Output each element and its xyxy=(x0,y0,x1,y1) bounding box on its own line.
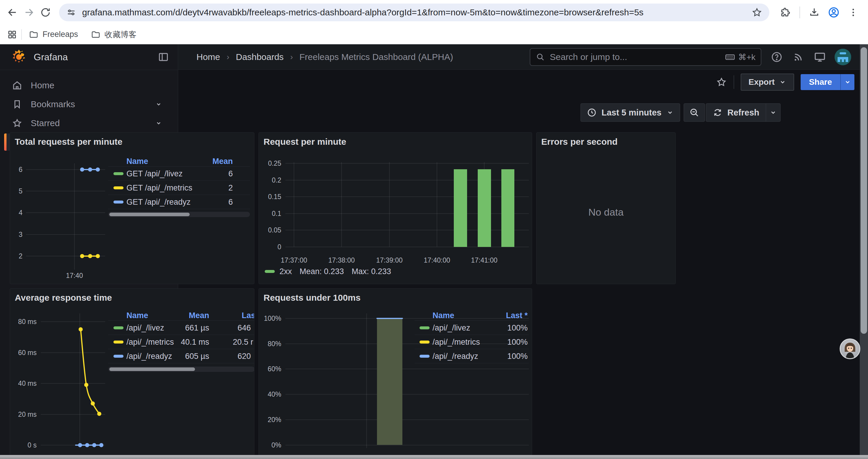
chevron-down-icon[interactable] xyxy=(154,119,163,128)
refresh-interval-dropdown[interactable] xyxy=(766,104,780,121)
browser-back-button[interactable] xyxy=(4,4,21,21)
extensions-icon[interactable] xyxy=(777,4,794,21)
profile-icon[interactable] xyxy=(826,4,842,21)
legend-row[interactable]: /api/_/livez 661 µs 646 xyxy=(108,321,254,335)
legend-scrollbar-thumb[interactable] xyxy=(109,213,190,216)
star-icon xyxy=(12,118,23,129)
panel-title[interactable]: Errors per second xyxy=(541,137,617,147)
legend-row[interactable]: GET /api/_/readyz 6 xyxy=(108,195,250,209)
bookmarks-bar: Freeleaps 收藏博客 xyxy=(0,25,868,44)
legend-scrollbar-thumb[interactable] xyxy=(109,367,195,371)
legend-col-name[interactable]: Name xyxy=(433,311,454,320)
browser-menu-icon[interactable] xyxy=(845,4,862,21)
refresh-icon xyxy=(713,107,723,118)
zoom-out-button[interactable] xyxy=(684,103,705,122)
assistant-avatar[interactable] xyxy=(840,338,860,359)
panel-errors-per-second: Errors per second No data xyxy=(536,132,676,284)
legend-header: Name Mean xyxy=(108,156,250,167)
sidebar-item-home[interactable]: Home xyxy=(4,77,154,94)
breadcrumb-separator: › xyxy=(226,52,229,62)
legend-row[interactable]: GET /api/_/livez 6 xyxy=(108,167,250,181)
sidebar-item-bookmarks[interactable]: Bookmarks xyxy=(4,96,154,113)
grafana-logo[interactable] xyxy=(11,49,27,65)
series-name[interactable]: /api/_/metrics xyxy=(126,337,174,347)
url-input[interactable] xyxy=(82,7,752,18)
search-input[interactable]: Search or jump to... ⌘+k xyxy=(530,48,761,66)
svg-text:6: 6 xyxy=(19,166,23,173)
legend-scrollbar[interactable] xyxy=(108,366,254,372)
home-icon xyxy=(12,80,23,91)
search-shortcut: ⌘+k xyxy=(725,52,755,62)
chevron-down-icon[interactable] xyxy=(154,100,163,109)
bookmark-folder-blogs[interactable]: 收藏博客 xyxy=(91,29,136,40)
legend-row[interactable]: /api/_/readyz 605 µs 620 xyxy=(108,349,254,363)
legend-row[interactable]: /api/_/livez 100% xyxy=(414,321,529,335)
series-last: 100% xyxy=(507,352,528,361)
legend-row[interactable]: /api/_/metrics 100% xyxy=(414,335,529,349)
series-name[interactable]: /api/_/livez xyxy=(126,323,164,332)
legend-row[interactable]: GET /api/_/metrics 2 xyxy=(108,181,250,195)
breadcrumb-home[interactable]: Home xyxy=(196,52,220,62)
series-name[interactable]: /api/_/readyz xyxy=(126,352,172,361)
brand-title[interactable]: Grafana xyxy=(34,52,68,63)
series-name[interactable]: 2xx xyxy=(279,267,292,276)
series-last: 100% xyxy=(507,323,528,332)
panel-request-per-minute: Request per minute 0.250.20.150.10.05017… xyxy=(258,132,532,284)
time-range-label: Last 5 minutes xyxy=(601,108,661,118)
legend-col-mean[interactable]: Mean xyxy=(212,157,233,166)
apps-grid-icon[interactable] xyxy=(7,30,17,40)
scrollbar-thumb[interactable] xyxy=(861,47,867,334)
news-rss-icon[interactable] xyxy=(792,44,804,70)
chevron-down-icon xyxy=(779,78,786,86)
kiosk-monitor-icon[interactable] xyxy=(813,44,826,70)
series-name[interactable]: /api/_/livez xyxy=(433,323,470,332)
series-name[interactable]: GET /api/_/metrics xyxy=(126,183,192,192)
time-range-picker[interactable]: Last 5 minutes xyxy=(581,103,680,122)
legend-table: Name Mean GET /api/_/livez 6 GET /api/_/… xyxy=(108,156,250,209)
dock-menu-icon[interactable] xyxy=(158,52,169,63)
series-mean: 2 xyxy=(228,183,233,192)
bookmark-label: 收藏博客 xyxy=(104,29,136,40)
series-name[interactable]: /api/_/metrics xyxy=(433,337,480,347)
site-settings-icon[interactable] xyxy=(66,7,76,18)
svg-text:17:40:00: 17:40:00 xyxy=(424,256,450,264)
subheader-divider xyxy=(734,75,734,89)
legend-col-last[interactable]: Las xyxy=(242,311,254,320)
legend-row[interactable]: /api/_/readyz 100% xyxy=(414,349,529,363)
series-swatch xyxy=(420,355,430,358)
downloads-icon[interactable] xyxy=(806,4,823,21)
legend-scrollbar[interactable] xyxy=(108,212,250,217)
bookmark-icon xyxy=(12,99,23,109)
legend-col-name[interactable]: Name xyxy=(126,311,148,320)
page-vertical-scrollbar[interactable] xyxy=(860,44,868,459)
url-bar[interactable] xyxy=(59,4,769,21)
series-name[interactable]: GET /api/_/livez xyxy=(126,169,183,178)
legend-row[interactable]: /api/_/metrics 40.1 ms 20.5 r xyxy=(108,335,254,349)
share-button[interactable]: Share xyxy=(801,74,840,90)
browser-forward-button[interactable] xyxy=(21,4,37,21)
share-dropdown-button[interactable] xyxy=(840,74,855,90)
folder-icon xyxy=(91,30,100,39)
breadcrumb-dashboards[interactable]: Dashboards xyxy=(236,52,284,62)
bookmark-folder-freeleaps[interactable]: Freeleaps xyxy=(29,30,78,39)
svg-text:0.25: 0.25 xyxy=(268,160,281,167)
series-name[interactable]: GET /api/_/readyz xyxy=(126,197,191,206)
svg-text:60 ms: 60 ms xyxy=(18,349,37,357)
legend: 2xx Mean: 0.233 Max: 0.233 xyxy=(265,266,391,277)
help-icon[interactable] xyxy=(771,44,783,70)
bookmark-star-icon[interactable] xyxy=(752,7,762,18)
legend-header: Name Mean Las xyxy=(108,310,254,321)
series-max: Max: 0.233 xyxy=(351,267,391,276)
browser-reload-button[interactable] xyxy=(37,4,54,21)
user-avatar[interactable] xyxy=(835,49,851,65)
export-button[interactable]: Export xyxy=(741,73,794,91)
legend-col-name[interactable]: Name xyxy=(126,157,148,166)
legend-col-mean[interactable]: Mean xyxy=(189,311,209,320)
favorite-star-icon[interactable] xyxy=(716,76,727,88)
refresh-button[interactable]: Refresh xyxy=(706,104,766,121)
page-horizontal-scrollbar[interactable] xyxy=(0,455,868,459)
legend-col-last[interactable]: Last * xyxy=(506,311,528,320)
sidebar-item-starred[interactable]: Starred xyxy=(4,114,154,132)
series-swatch xyxy=(114,340,123,343)
series-name[interactable]: /api/_/readyz xyxy=(433,352,478,361)
